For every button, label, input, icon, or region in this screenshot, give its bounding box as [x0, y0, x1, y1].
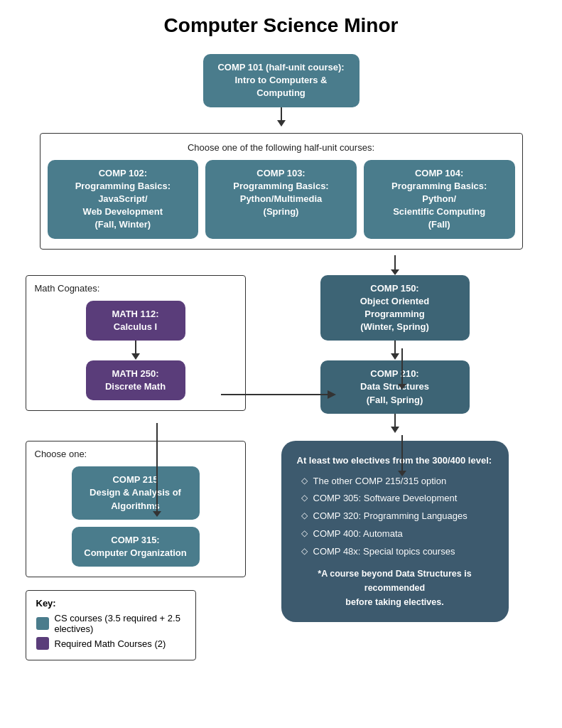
elective-item-3: ◇ COMP 400: Automata — [297, 527, 493, 542]
arrow-top-to-halfunit — [277, 107, 286, 127]
right-column: COMP 150: Object Oriented Programming (W… — [246, 275, 537, 661]
key-item-cs: CS courses (3.5 required + 2.5 electives… — [36, 613, 185, 634]
math-cognates-inner: MATH 112: Calculus I MATH 250: Discrete … — [35, 301, 237, 401]
key-title: Key: — [36, 598, 185, 609]
arrow-halfunit-to-comp150 — [40, 255, 523, 275]
diamond-icon-2: ◇ — [301, 509, 308, 523]
comp315-box: COMP 315: Computer Organization — [72, 527, 200, 567]
choose-one-inner: COMP 215 Design & Analysis of Algorithms… — [35, 466, 237, 567]
choose-one-label: Choose one: — [35, 449, 237, 459]
math-cognates-label: Math Cognates: — [35, 283, 237, 294]
diamond-icon-1: ◇ — [301, 491, 308, 505]
arrow-comp210-to-electives — [391, 414, 399, 434]
half-unit-label: Choose one of the following half-unit co… — [48, 142, 515, 153]
diamond-icon-4: ◇ — [301, 545, 308, 558]
comp210-box: COMP 210: Data Structures (Fall, Spring) — [320, 360, 470, 414]
elective-item-2: ◇ COMP 320: Programming Languages — [297, 509, 493, 524]
comp102-box: COMP 102: Programming Basics: JavaScript… — [48, 160, 199, 239]
diamond-icon-0: ◇ — [301, 474, 308, 488]
math250-box: MATH 250: Discrete Math — [86, 360, 185, 400]
math-color-swatch — [36, 637, 49, 650]
half-unit-boxes: COMP 102: Programming Basics: JavaScript… — [48, 160, 515, 239]
electives-title: At least two electives from the 300/400 … — [297, 454, 493, 469]
comp150-box: COMP 150: Object Oriented Programming (W… — [320, 275, 470, 341]
elective-item-1: ◇ COMP 305: Software Development — [297, 491, 493, 506]
comp103-box: COMP 103: Programming Basics: Python/Mul… — [205, 160, 357, 239]
elective-item-0: ◇ The other COMP 215/315 option — [297, 474, 493, 489]
comp215-box: COMP 215 Design & Analysis of Algorithms — [72, 466, 200, 520]
electives-note: *A course beyond Data Structures is reco… — [297, 567, 493, 609]
page-title: Computer Science Minor — [21, 14, 541, 37]
key-box: Key: CS courses (3.5 required + 2.5 elec… — [26, 590, 196, 660]
half-unit-section: Choose one of the following half-unit co… — [40, 133, 523, 250]
math112-box: MATH 112: Calculus I — [86, 301, 185, 341]
key-item-math: Required Math Courses (2) — [36, 637, 185, 650]
elective-item-4: ◇ COMP 48x: Special topics courses — [297, 545, 493, 560]
left-column: Math Cognates: MATH 112: Calculus I MATH… — [26, 275, 246, 661]
arrow-math112-to-math250 — [131, 341, 140, 360]
arrow-comp150-to-comp210 — [391, 341, 399, 360]
cs-color-swatch — [36, 617, 49, 630]
math-cognates-section: Math Cognates: MATH 112: Calculus I MATH… — [26, 275, 246, 412]
electives-box: At least two electives from the 300/400 … — [281, 441, 509, 622]
comp101-box: COMP 101 (half-unit course): Intro to Co… — [203, 54, 360, 107]
diamond-icon-3: ◇ — [301, 527, 308, 540]
svg-marker-1 — [391, 269, 399, 275]
choose-one-section: Choose one: COMP 215 Design & Analysis o… — [26, 441, 246, 577]
math-key-label: Required Math Courses (2) — [55, 638, 166, 649]
cs-key-label: CS courses (3.5 required + 2.5 electives… — [55, 613, 185, 634]
comp104-box: COMP 104: Programming Basics: Python/ Sc… — [364, 160, 515, 239]
